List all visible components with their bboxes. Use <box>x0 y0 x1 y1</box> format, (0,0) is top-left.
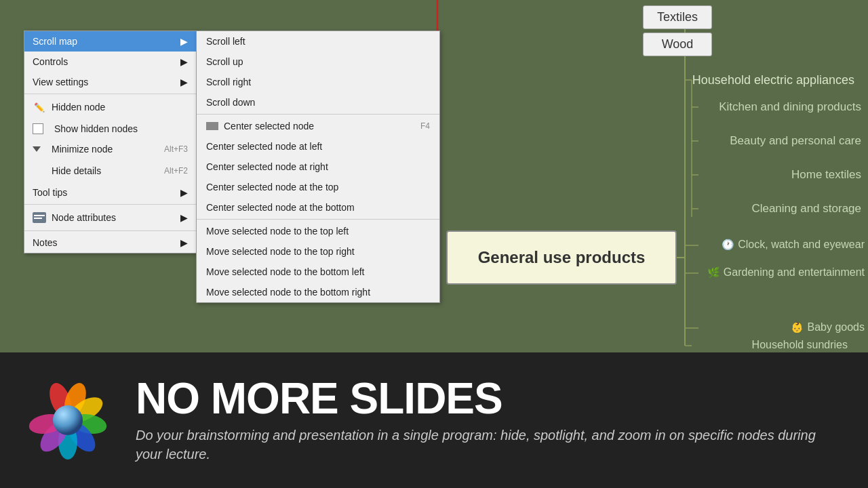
baby-node: 👶 Baby goods <box>791 321 865 333</box>
tool-tips-label: Tool tips <box>33 187 67 198</box>
menu-item-view-settings[interactable]: View settings ▶ <box>24 72 196 92</box>
hide-details-shortcut: Alt+F2 <box>164 166 188 176</box>
menu-item-show-hidden[interactable]: Show hidden nodes <box>24 119 196 139</box>
notes-label: Notes <box>33 237 58 248</box>
kitchen-node: Kitchen and dining products <box>719 100 861 114</box>
submenu-move-bottom-right[interactable]: Move selected node to the bottom right <box>197 282 439 302</box>
banner-text-container: NO MORE SLIDES Do your brainstorming and… <box>136 377 841 464</box>
move-bottom-right-label: Move selected node to the bottom right <box>206 287 370 298</box>
household-sundries-node: Household sundries <box>752 339 848 351</box>
center-left-label: Center selected node at left <box>206 141 322 152</box>
central-node[interactable]: General use products <box>446 230 677 285</box>
view-settings-label: View settings <box>33 77 88 87</box>
submenu-scroll-up[interactable]: Scroll up <box>197 52 439 72</box>
separator-1 <box>24 94 196 94</box>
triangle-icon <box>33 146 41 152</box>
submenu-sep-1 <box>197 114 439 115</box>
beauty-node: Beauty and personal care <box>730 134 861 148</box>
clock-node: 🕐 Clock, watch and eyewear <box>722 239 865 251</box>
submenu-move-top-right[interactable]: Move selected node to the top right <box>197 241 439 262</box>
hidden-node-label: Hidden node <box>52 102 105 113</box>
notes-arrow: ▶ <box>180 237 188 248</box>
textiles-node[interactable]: Textiles <box>643 5 712 29</box>
menu-item-tool-tips[interactable]: Tool tips ▶ <box>24 182 196 203</box>
scroll-submenu: Scroll left Scroll up Scroll right Scrol… <box>196 30 440 303</box>
gardening-node: 🌿 Gardening and entertainment <box>707 266 865 279</box>
submenu-center-right[interactable]: Center selected node at right <box>197 157 439 177</box>
submenu-center-top[interactable]: Center selected node at the top <box>197 177 439 197</box>
center-right-label: Center selected node at right <box>206 161 328 172</box>
svg-rect-17 <box>34 215 45 216</box>
menu-item-scroll-map[interactable]: Scroll map ▶ <box>24 31 196 52</box>
banner-title: NO MORE SLIDES <box>136 377 841 420</box>
submenu-center-bottom[interactable]: Center selected node at the bottom <box>197 197 439 218</box>
center-selected-shortcut: F4 <box>420 121 430 131</box>
center-top-label: Center selected node at the top <box>206 182 338 192</box>
hide-details-label: Hide details <box>52 165 101 176</box>
node-attributes-label: Node attributes <box>52 212 116 223</box>
minimize-node-label: Minimize node <box>52 144 113 155</box>
controls-arrow: ▶ <box>180 56 188 67</box>
scroll-right-label: Scroll right <box>206 77 251 87</box>
hide-details-icon <box>33 164 46 178</box>
home-textiles-node: Home textiles <box>791 168 861 182</box>
move-bottom-left-label: Move selected node to the bottom left <box>206 266 364 277</box>
wood-node[interactable]: Wood <box>643 33 712 56</box>
scroll-map-arrow: ▶ <box>180 36 188 47</box>
separator-3 <box>24 230 196 231</box>
cleaning-node: Cleaning and storage <box>751 202 861 216</box>
menu-item-hide-details[interactable]: Hide details Alt+F2 <box>24 159 196 182</box>
eye-icon <box>33 211 46 224</box>
tool-tips-arrow: ▶ <box>180 187 188 198</box>
banner-subtitle: Do your brainstorming and presentation i… <box>136 426 841 464</box>
move-top-left-label: Move selected node to the top left <box>206 226 349 237</box>
household-electric-node: Household electric appliances <box>692 73 854 87</box>
svg-rect-18 <box>34 218 42 219</box>
submenu-move-top-left[interactable]: Move selected node to the top left <box>197 221 439 241</box>
center-node-icon <box>206 122 218 130</box>
view-settings-arrow: ▶ <box>180 77 188 87</box>
app-logo <box>27 380 108 461</box>
submenu-center-selected[interactable]: Center selected node F4 <box>197 116 439 136</box>
center-selected-label: Center selected node <box>224 121 314 131</box>
submenu-sep-2 <box>197 219 439 220</box>
pencil-icon: ✏️ <box>33 100 46 114</box>
scroll-down-label: Scroll down <box>206 97 255 108</box>
node-attributes-arrow: ▶ <box>180 212 188 223</box>
show-hidden-label: Show hidden nodes <box>54 123 138 134</box>
menu-item-node-attributes[interactable]: Node attributes ▶ <box>24 206 196 229</box>
submenu-scroll-down[interactable]: Scroll down <box>197 92 439 113</box>
scroll-left-label: Scroll left <box>206 36 245 47</box>
svg-point-28 <box>53 405 83 435</box>
controls-label: Controls <box>33 56 68 67</box>
minimize-shortcut: Alt+F3 <box>164 144 188 154</box>
menu-item-controls[interactable]: Controls ▶ <box>24 52 196 72</box>
scroll-up-label: Scroll up <box>206 56 243 67</box>
checkbox-icon <box>33 123 43 134</box>
submenu-scroll-left[interactable]: Scroll left <box>197 31 439 52</box>
separator-2 <box>24 204 196 205</box>
bottom-banner: NO MORE SLIDES Do your brainstorming and… <box>0 352 868 488</box>
center-bottom-label: Center selected node at the bottom <box>206 202 355 213</box>
menu-item-hidden-node[interactable]: ✏️ Hidden node <box>24 96 196 119</box>
submenu-move-bottom-left[interactable]: Move selected node to the bottom left <box>197 262 439 282</box>
main-context-menu: Scroll map ▶ Controls ▶ View settings ▶ … <box>24 30 197 253</box>
scroll-map-label: Scroll map <box>33 36 77 47</box>
move-top-right-label: Move selected node to the top right <box>206 246 355 257</box>
menu-item-minimize-node[interactable]: Minimize node Alt+F3 <box>24 139 196 159</box>
submenu-scroll-right[interactable]: Scroll right <box>197 72 439 92</box>
menu-item-notes[interactable]: Notes ▶ <box>24 232 196 253</box>
submenu-center-left[interactable]: Center selected node at left <box>197 136 439 157</box>
